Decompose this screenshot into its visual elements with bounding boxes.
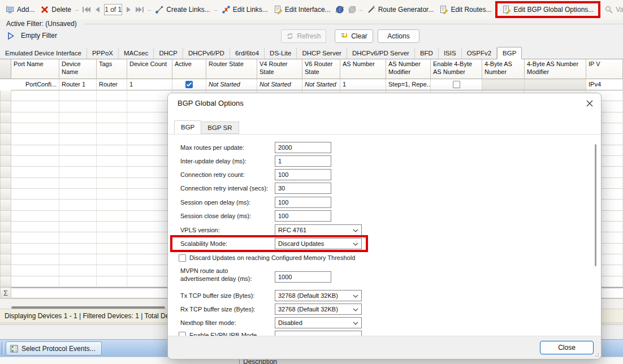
select-tx-tcp-buffer-size-bytes[interactable]: 32768 (Default 32KB) [275, 290, 362, 301]
select-enable-evpn-irb-mode[interactable] [275, 331, 362, 336]
column-header-v4-router-state[interactable]: V4 Router State [257, 59, 302, 79]
select-scalability-mode[interactable]: Discard Updates [275, 238, 362, 249]
tab-dhcp-server[interactable]: DHCP Server [297, 47, 347, 59]
cell-device-name[interactable]: Router 1 [59, 79, 97, 90]
input-mvpn-route-auto-advertisement-delay-ms[interactable]: 1000 [275, 271, 331, 283]
checkbox-discard-updates-on-reaching-configured-memory-threshold[interactable] [179, 254, 186, 262]
select-protocol-events-button[interactable]: Select Protocol Events... [6, 341, 102, 356]
cell-4byte-as-modifier[interactable] [525, 79, 586, 90]
next-record-icon[interactable] [126, 6, 132, 13]
column-header-port-name[interactable]: Port Name [11, 59, 59, 79]
cell-active[interactable] [172, 79, 206, 90]
empty-cell [97, 254, 127, 265]
tab-dhcp[interactable]: DHCP [154, 47, 183, 59]
empty-cell [59, 211, 97, 222]
create-links-button[interactable]: Create Links... [152, 3, 213, 16]
empty-cell [97, 222, 127, 232]
dialog-tab-bgp-sr[interactable]: BGP SR [201, 122, 239, 134]
tab-dhcpv6-pd-server[interactable]: DHCPv6/PD Server [347, 47, 415, 59]
delete-button[interactable]: Delete [37, 3, 74, 16]
checkbox-enable-evpn-irb-mode[interactable] [179, 332, 186, 336]
clear-button[interactable]: Clear [335, 29, 373, 43]
tab-ospfv2[interactable]: OSPFv2 [462, 47, 497, 59]
empty-filter-item[interactable]: Empty Filter [7, 32, 57, 40]
column-header-enable-4-byte-as-number[interactable]: Enable 4-Byte AS Number [431, 59, 482, 79]
tab-bgp[interactable]: BGP [497, 47, 522, 59]
input-session-close-delay-ms[interactable]: 100 [275, 210, 331, 222]
active-checkbox-checked[interactable] [185, 81, 193, 88]
column-header-ip-v[interactable]: IP V [586, 59, 623, 79]
actions-button[interactable]: Actions [378, 29, 419, 43]
tab-emulated-device-interface[interactable]: Emulated Device Interface [0, 47, 87, 59]
column-header-device-count[interactable]: Device Count [127, 59, 172, 79]
cell-enable-4byte-as[interactable] [431, 79, 482, 90]
empty-cell [59, 200, 97, 210]
cell-tags[interactable]: Router [97, 79, 127, 90]
empty-row-selector [0, 222, 11, 232]
add-button[interactable]: Add... [3, 3, 37, 16]
edit-links-button[interactable]: Edit Links... [219, 3, 271, 16]
input-connection-retry-interval-secs[interactable]: 30 [275, 183, 331, 194]
column-header-active[interactable]: Active [172, 59, 206, 79]
last-record-icon[interactable] [135, 6, 144, 13]
tab-pppox[interactable]: PPPoX [87, 47, 119, 59]
input-inter-update-delay-ms[interactable]: 1 [275, 155, 331, 167]
dialog-scrollbar[interactable] [595, 144, 596, 266]
cell-v6-router-state[interactable]: Not Started [302, 79, 340, 90]
column-header-4-byte-as-number[interactable]: 4-Byte AS Number [482, 59, 525, 79]
select-vpls-version[interactable]: RFC 4761 [275, 224, 362, 236]
globe-sync-icon[interactable] [335, 5, 344, 14]
cell-ip-version[interactable]: IPv4 [586, 79, 623, 90]
column-header-v6-router-state[interactable]: V6 Router State [302, 59, 340, 79]
tab-bfd[interactable]: BFD [415, 47, 439, 59]
select-rx-tcp-buffer-size-bytes[interactable]: 32768 (Default 32KB) [275, 304, 362, 315]
refresh-button[interactable]: Refresh [281, 29, 326, 43]
cell-as-number-modifier[interactable]: Step=1, Repe... [386, 79, 431, 90]
column-header-device-name[interactable]: Device Name [59, 59, 97, 79]
first-record-icon[interactable] [82, 6, 91, 13]
input-connection-retry-count[interactable]: 100 [275, 169, 331, 180]
actions-label: Actions [387, 32, 409, 40]
empty-cell [97, 123, 127, 134]
cell-router-state[interactable]: Not Started [206, 79, 257, 90]
tab-6rd-6to4[interactable]: 6rd/6to4 [230, 47, 265, 59]
tab-isis[interactable]: ISIS [439, 47, 462, 59]
field-label-max-routes-per-update: Max routes per update: [180, 144, 244, 151]
validate-routes-button[interactable]: Validate Rout [602, 3, 623, 16]
dialog-close-icon[interactable] [583, 97, 596, 110]
column-header-as-number[interactable]: AS Number [340, 59, 386, 79]
cell-port-name[interactable]: PortConfi... [11, 79, 59, 90]
cell-as-number[interactable]: 1 [340, 79, 386, 90]
empty-cell [97, 265, 127, 276]
edit-interface-button[interactable]: Edit Interface... [271, 3, 334, 16]
column-header-router-state[interactable]: Router State [206, 59, 257, 79]
edit-bgp-global-options-button[interactable]: Edit BGP Global Options... [499, 3, 596, 16]
edit-bgp-global-options-icon [502, 5, 511, 14]
cell-v4-router-state[interactable]: Not Started [257, 79, 302, 90]
input-session-open-delay-ms[interactable]: 100 [275, 197, 331, 208]
column-header-tags[interactable]: Tags [97, 59, 127, 79]
close-button[interactable]: Close [540, 341, 594, 354]
tab-ds-lite[interactable]: DS-Lite [265, 47, 297, 59]
active-filter-label: Active Filter: (Unsaved) [5, 20, 79, 28]
resize-grip[interactable] [593, 351, 599, 357]
add-device-icon [6, 5, 15, 14]
edit-routes-button[interactable]: Edit Routes... [436, 3, 494, 16]
refresh-label: Refresh [297, 32, 321, 40]
route-generator-button[interactable]: Route Generator... [364, 3, 437, 16]
tab-dhcpv6-pd[interactable]: DHCPv6/PD [183, 47, 230, 59]
cell-4byte-as-number[interactable] [482, 79, 525, 90]
filter-expand-icon[interactable] [7, 32, 14, 40]
dialog-tab-bgp[interactable]: BGP [174, 120, 201, 134]
empty-cell [127, 123, 172, 134]
empty-cell [59, 265, 97, 276]
column-header-as-number-modifier[interactable]: AS Number Modifier [386, 59, 431, 79]
select-nexthop-filter-mode[interactable]: Disabled [275, 317, 362, 328]
tab-macsec[interactable]: MACsec [119, 47, 154, 59]
input-max-routes-per-update[interactable]: 2000 [275, 142, 331, 153]
field-label-tx-tcp-buffer-size-bytes: Tx TCP buffer size (Bytes): [180, 292, 254, 299]
enable-4byte-checkbox-unchecked[interactable] [453, 81, 460, 88]
cell-device-count[interactable]: 1 [127, 79, 172, 90]
previous-record-icon[interactable] [94, 6, 100, 13]
column-header-4-byte-as-number-modifier[interactable]: 4-Byte AS Number Modifier [525, 59, 586, 79]
